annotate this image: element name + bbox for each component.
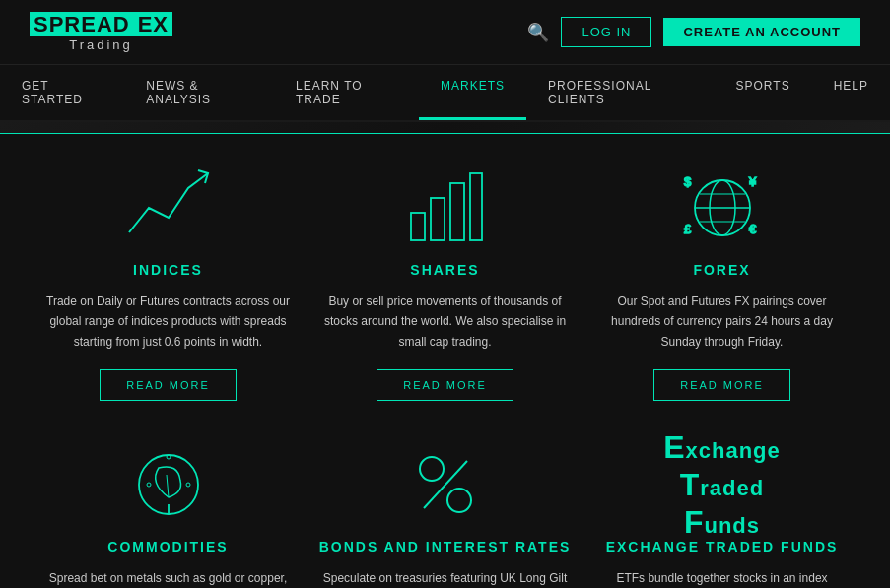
- card-bonds: BONDS AND INTEREST RATES Speculate on tr…: [317, 440, 574, 588]
- nav-item-markets[interactable]: MARKETS: [419, 65, 526, 120]
- cards-row-1: INDICES Trade on Daily or Futures contra…: [39, 163, 851, 401]
- svg-line-16: [167, 475, 169, 497]
- nav-item-professional[interactable]: PROFESSIONAL CLIENTS: [526, 65, 715, 120]
- svg-text:€: €: [749, 222, 757, 236]
- bonds-desc: Speculate on treasuries featuring UK Lon…: [317, 568, 574, 588]
- svg-text:$: $: [684, 174, 692, 189]
- brand-sub: Trading: [69, 37, 133, 52]
- commodities-icon: [129, 440, 208, 529]
- indices-desc: Trade on Daily or Futures contracts acro…: [40, 292, 297, 352]
- create-account-button[interactable]: CREATE AN ACCOUNT: [663, 18, 860, 46]
- svg-point-21: [447, 489, 471, 512]
- svg-point-17: [147, 483, 151, 487]
- etf-text-icon: Exchange Traded Funds: [663, 428, 781, 542]
- nav-item-get-started[interactable]: GET STARTED: [0, 65, 124, 120]
- brand-name: SPREADEX: [30, 12, 172, 37]
- svg-rect-3: [450, 183, 464, 240]
- logo: SPREADEX Trading: [30, 12, 172, 52]
- etf-desc: ETFs bundle together stocks in an index …: [594, 568, 851, 588]
- bonds-title: BONDS AND INTEREST RATES: [319, 539, 572, 555]
- card-forex: $ ¥ £ € FOREX Our Spot and Futures FX pa…: [594, 163, 851, 401]
- brand-highlight: EX: [134, 12, 172, 36]
- svg-line-22: [424, 461, 467, 508]
- svg-point-18: [186, 483, 190, 487]
- login-button[interactable]: LOG IN: [561, 17, 651, 47]
- forex-title: FOREX: [693, 262, 750, 278]
- svg-text:£: £: [684, 222, 692, 236]
- shares-read-more[interactable]: READ MORE: [377, 369, 513, 401]
- svg-rect-4: [470, 173, 482, 240]
- cards-row-2: COMMODITIES Spread bet on metals such as…: [39, 440, 851, 588]
- indices-icon: [124, 163, 213, 252]
- card-etf: Exchange Traded Funds EXCHANGE TRADED FU…: [594, 440, 851, 588]
- forex-icon: $ ¥ £ €: [678, 163, 767, 252]
- etf-icon: Exchange Traded Funds: [663, 440, 781, 529]
- header: SPREADEX Trading 🔍 LOG IN CREATE AN ACCO…: [0, 0, 890, 65]
- nav-item-learn[interactable]: LEARN TO TRADE: [274, 65, 419, 120]
- header-actions: 🔍 LOG IN CREATE AN ACCOUNT: [527, 17, 860, 47]
- svg-rect-1: [411, 213, 425, 240]
- indices-title: INDICES: [133, 262, 203, 278]
- main-nav: GET STARTED NEWS & ANALYSIS LEARN TO TRA…: [0, 65, 890, 122]
- nav-item-sports[interactable]: SPORTS: [715, 65, 812, 120]
- main-content: INDICES Trade on Daily or Futures contra…: [0, 134, 890, 588]
- nav-item-help[interactable]: HELP: [812, 65, 890, 120]
- shares-title: SHARES: [410, 262, 479, 278]
- etf-title: EXCHANGE TRADED FUNDS: [606, 539, 839, 555]
- bonds-icon: [406, 440, 485, 529]
- forex-desc: Our Spot and Futures FX pairings cover h…: [594, 292, 851, 352]
- card-commodities: COMMODITIES Spread bet on metals such as…: [40, 440, 297, 588]
- hero-strip: [0, 122, 890, 134]
- card-indices: INDICES Trade on Daily or Futures contra…: [40, 163, 297, 401]
- brand-main: SPREAD: [30, 12, 134, 36]
- svg-point-20: [420, 457, 444, 481]
- commodities-title: COMMODITIES: [107, 539, 228, 555]
- svg-rect-2: [431, 198, 445, 240]
- shares-desc: Buy or sell price movements of thousands…: [317, 292, 574, 352]
- forex-read-more[interactable]: READ MORE: [653, 369, 790, 401]
- indices-read-more[interactable]: READ MORE: [100, 369, 237, 401]
- search-icon[interactable]: 🔍: [527, 22, 549, 43]
- nav-item-news[interactable]: NEWS & ANALYSIS: [124, 65, 274, 120]
- svg-text:¥: ¥: [748, 174, 757, 189]
- commodities-desc: Spread bet on metals such as gold or cop…: [40, 568, 297, 588]
- shares-icon: [406, 163, 485, 252]
- card-shares: SHARES Buy or sell price movements of th…: [317, 163, 574, 401]
